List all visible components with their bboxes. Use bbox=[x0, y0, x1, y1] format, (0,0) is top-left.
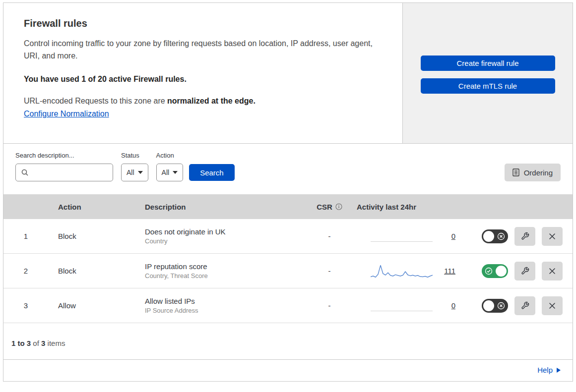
csr-header-label: CSR bbox=[317, 203, 332, 211]
help-link-label: Help bbox=[537, 366, 553, 374]
rule-action: Block bbox=[48, 232, 135, 240]
items-range: 1 to 3 bbox=[11, 339, 31, 347]
edit-rule-button[interactable] bbox=[514, 296, 535, 315]
rule-description: Does not originate in UK bbox=[145, 227, 302, 236]
check-icon bbox=[485, 267, 493, 275]
action-column-header: Action bbox=[48, 203, 135, 211]
close-icon bbox=[549, 233, 556, 240]
ordering-button-label: Ordering bbox=[524, 168, 553, 177]
create-firewall-rule-button[interactable]: Create firewall rule bbox=[421, 56, 555, 71]
toggle-knob bbox=[496, 266, 507, 277]
action-panel: Create firewall rule Create mTLS rule bbox=[402, 3, 573, 143]
edit-rule-button[interactable] bbox=[514, 262, 535, 280]
status-value: All bbox=[127, 168, 134, 176]
x-icon bbox=[497, 232, 505, 240]
rule-enabled-toggle[interactable] bbox=[482, 299, 508, 313]
delete-rule-button[interactable] bbox=[542, 296, 563, 315]
action-select[interactable]: All bbox=[156, 164, 184, 181]
rule-priority: 2 bbox=[3, 267, 48, 275]
close-icon bbox=[549, 302, 556, 309]
create-mtls-rule-button[interactable]: Create mTLS rule bbox=[421, 78, 555, 94]
rules-table: Action Description CSR Activity last 24h… bbox=[3, 194, 573, 323]
table-header-row: Action Description CSR Activity last 24h… bbox=[3, 194, 573, 219]
normalization-text: URL-encoded Requests to this zone are bbox=[24, 97, 165, 105]
activity-sparkline bbox=[371, 297, 433, 314]
rule-csr-value: - bbox=[302, 267, 357, 275]
status-select[interactable]: All bbox=[121, 164, 148, 181]
search-icon bbox=[21, 168, 29, 176]
x-icon bbox=[497, 302, 505, 310]
help-link[interactable]: Help bbox=[537, 366, 561, 374]
rule-priority: 1 bbox=[3, 232, 48, 240]
status-label: Status bbox=[121, 152, 148, 159]
toggle-knob bbox=[483, 300, 494, 311]
activity-count-link[interactable]: 0 bbox=[442, 232, 455, 240]
rule-action: Block bbox=[48, 267, 135, 275]
table-row: 3 Allow Allow listed IPs IP Source Addre… bbox=[3, 288, 573, 323]
activity-sparkline bbox=[371, 263, 433, 280]
rule-description: Allow listed IPs bbox=[145, 297, 302, 305]
action-filter-group: Action All bbox=[156, 152, 184, 181]
wrench-icon bbox=[521, 267, 529, 275]
firewall-rules-page: Firewall rules Control incoming traffic … bbox=[3, 2, 573, 382]
search-label: Search description... bbox=[15, 152, 113, 159]
delete-rule-button[interactable] bbox=[542, 227, 563, 246]
normalization-note: URL-encoded Requests to this zone are no… bbox=[24, 97, 381, 106]
rule-action: Allow bbox=[48, 301, 135, 310]
toggle-knob bbox=[483, 231, 494, 242]
chevron-down-icon bbox=[173, 171, 178, 174]
filter-bar: Search description... Status All Action … bbox=[3, 144, 573, 194]
search-description-input[interactable] bbox=[33, 168, 108, 177]
activity-count-link[interactable]: 111 bbox=[442, 267, 455, 275]
search-group: Search description... bbox=[15, 152, 113, 181]
items-of-label: of bbox=[33, 339, 39, 347]
chevron-down-icon bbox=[138, 171, 143, 174]
edit-rule-button[interactable] bbox=[514, 227, 535, 246]
usage-note: You have used 1 of 20 active Firewall ru… bbox=[24, 75, 381, 84]
rule-enabled-toggle[interactable] bbox=[482, 264, 508, 278]
rule-enabled-toggle[interactable] bbox=[482, 229, 508, 243]
action-label: Action bbox=[156, 152, 184, 159]
activity-sparkline bbox=[371, 228, 433, 245]
rule-criteria: Country, Threat Score bbox=[145, 272, 302, 280]
table-row: 2 Block IP reputation score Country, Thr… bbox=[3, 254, 573, 288]
items-total: 3 bbox=[41, 339, 45, 347]
rule-csr-value: - bbox=[302, 232, 357, 240]
header-content: Firewall rules Control incoming traffic … bbox=[3, 3, 402, 143]
info-icon[interactable] bbox=[335, 203, 342, 210]
header-section: Firewall rules Control incoming traffic … bbox=[3, 3, 573, 144]
description-column-header: Description bbox=[135, 203, 302, 211]
rule-csr-value: - bbox=[302, 301, 357, 310]
page-title: Firewall rules bbox=[24, 18, 381, 29]
table-row: 1 Block Does not originate in UK Country… bbox=[3, 219, 573, 254]
rule-criteria: Country bbox=[145, 237, 302, 245]
pagination-summary: 1 to 3 of 3 items bbox=[3, 323, 573, 359]
delete-rule-button[interactable] bbox=[542, 262, 563, 280]
ordering-icon bbox=[512, 168, 519, 176]
action-value: All bbox=[162, 168, 170, 176]
help-bar: Help bbox=[3, 359, 573, 381]
wrench-icon bbox=[521, 301, 529, 310]
status-filter-group: Status All bbox=[121, 152, 148, 181]
rule-description: IP reputation score bbox=[145, 262, 302, 271]
csr-column-header: CSR bbox=[302, 203, 357, 211]
items-label: items bbox=[48, 339, 65, 347]
search-box[interactable] bbox=[15, 164, 113, 181]
activity-count-link[interactable]: 0 bbox=[442, 301, 455, 310]
configure-normalization-link[interactable]: Configure Normalization bbox=[24, 110, 109, 118]
ordering-button[interactable]: Ordering bbox=[505, 164, 561, 181]
wrench-icon bbox=[521, 232, 529, 240]
close-icon bbox=[549, 268, 556, 275]
rule-criteria: IP Source Address bbox=[145, 307, 302, 314]
arrow-right-icon bbox=[557, 368, 561, 373]
page-description: Control incoming traffic to your zone by… bbox=[24, 37, 381, 62]
rule-priority: 3 bbox=[3, 301, 48, 310]
activity-column-header: Activity last 24hr bbox=[357, 203, 471, 211]
normalization-bold-text: normalized at the edge. bbox=[167, 97, 256, 105]
search-button[interactable]: Search bbox=[189, 164, 235, 181]
